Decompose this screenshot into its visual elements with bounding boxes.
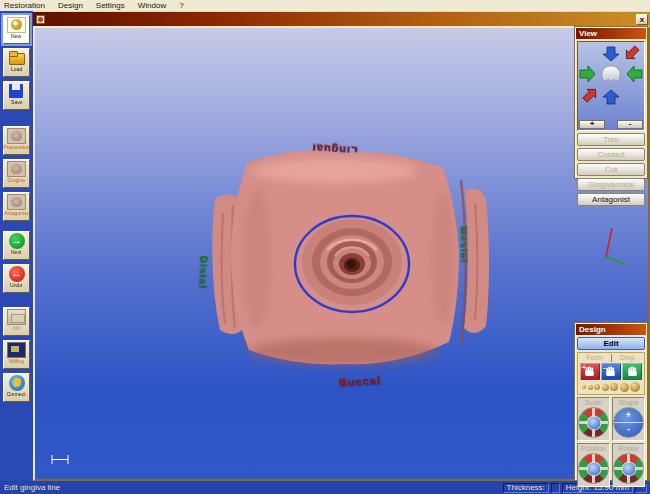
arrow-right-icon[interactable] [580,66,595,82]
globe-icon [9,375,25,391]
form-drop-group: Form Drop + - [577,352,645,395]
brush-size-selector[interactable] [579,380,643,393]
menu-help[interactable]: ? [179,1,183,10]
arrow-up-icon[interactable] [603,90,619,104]
view-panel: View + - Trim Contact Cut Gi [574,26,648,179]
toolbar-button-next[interactable]: → Next [3,231,30,260]
scale-control[interactable] [578,407,609,438]
status-message: Edit gingiva line [0,483,60,492]
toolbar-button-preparation[interactable]: Preparation [3,126,30,155]
rotate-control[interactable] [613,453,644,484]
menu-settings[interactable]: Settings [96,1,125,10]
app-icon [36,15,45,24]
edit-button[interactable]: Edit [577,337,645,350]
design-panel-title: Design [576,324,646,335]
toolbar-button-undo[interactable]: ← Undo [3,264,30,293]
minus-sign: - [603,363,606,372]
antagonist-button[interactable]: Antagonist [577,193,645,206]
toolbar-label: New [11,34,21,40]
contact-button[interactable]: Contact [577,148,645,161]
form-label: Form [579,354,611,362]
toolbar-label: Antagonist [4,211,28,217]
tooth-scan-icon [7,161,26,177]
smooth-hand-button[interactable] [622,363,642,380]
toolbar-label: Milling [9,359,23,365]
rotate-arrow-icon[interactable] [622,44,641,63]
arrow-left-icon: ← [9,266,25,282]
status-bar: Edit gingiva line Thickness: Height: 15.… [0,481,650,494]
minus-sign: - [627,425,630,434]
toolbar-button-mill[interactable]: Mill [3,307,30,336]
position-tool-cell: Position [577,443,610,487]
toolbar-button-save[interactable]: Save [3,81,30,110]
thickness-value-box [551,483,560,493]
tooth-icon [602,66,620,81]
toolbar-button-new[interactable]: New [3,15,30,44]
toolbar-label: Load [11,67,22,73]
toolbar-label: Connect [7,392,26,398]
rotate-arrow-icon[interactable] [581,85,600,104]
folder-icon [7,50,26,66]
toolbar-label: Preparation [3,145,29,151]
menu-window[interactable]: Window [138,1,166,10]
toolbar-label: Save [11,100,23,106]
milling-screen-icon [7,342,26,358]
toolbar-button-load[interactable]: Load [3,48,30,77]
shape-tool-cell: Shape + - [612,397,645,441]
plus-sign: + [626,411,631,420]
view-navigation-box[interactable]: + - [577,41,645,131]
menu-design[interactable]: Design [58,1,83,10]
shape-label: Shape [618,399,638,407]
scale-tool-cell: Scale [577,397,610,441]
trim-button[interactable]: Trim [577,133,645,146]
new-document-icon [7,17,26,33]
toolbar-button-milling[interactable]: Milling [3,340,30,369]
thickness-field-label: Thickness: [503,483,549,493]
scale-ruler-icon [52,455,68,464]
title-bar: x [33,11,650,26]
model-viewport[interactable]: Lingual Distal Mesial Buccal [35,28,648,479]
add-material-hand-button[interactable]: + [580,363,600,380]
shape-control[interactable]: + - [613,407,644,438]
toolbar-button-antagonist[interactable]: Antagonist [3,192,30,221]
view-rosette [578,44,644,108]
arrow-right-icon: → [9,233,25,249]
position-control[interactable] [578,453,609,484]
toolbar-label: Mill [13,326,21,332]
view-panel-title: View [576,28,646,39]
tooth-scan-icon [7,194,26,210]
toolbar-label: Next [11,250,21,256]
position-label: Position [581,445,606,453]
rotate-tool-cell: Rotate [612,443,645,487]
close-button[interactable]: x [636,14,648,25]
rotate-label: Rotate [618,445,639,453]
design-panel: Design Edit Form Drop + [574,322,648,481]
toolbar-label: Gingiva [8,178,25,184]
toolbar-label: Undo [10,283,22,289]
axis-indicator [606,228,625,264]
gingivamask-button[interactable]: Gingivamask [577,178,645,191]
cut-button[interactable]: Cut [577,163,645,176]
scale-label: Scale [585,399,603,407]
tooth-scan-icon [7,128,26,144]
hand-icon [604,365,617,378]
drop-label: Drop [612,354,644,362]
milling-unit-icon [7,309,26,325]
arrow-down-icon[interactable] [603,47,619,61]
left-toolbar: New Load Save Preparation Gingiva Antago… [0,11,33,481]
floppy-disk-icon [7,83,26,99]
dental-scan-model [35,28,648,479]
main-frame: Lingual Distal Mesial Buccal [33,26,650,481]
arrow-left-icon[interactable] [627,66,642,82]
plus-sign: + [582,363,587,372]
toolbar-button-gingiva[interactable]: Gingiva [3,159,30,188]
hand-icon [626,365,639,378]
remove-material-hand-button[interactable]: - [601,363,621,380]
toolbar-button-connect[interactable]: Connect [3,373,30,402]
zoom-out-button[interactable]: - [617,120,643,129]
menu-restoration[interactable]: Restoration [4,1,45,10]
menu-bar: Restoration Design Settings Window ? [0,0,650,11]
zoom-in-button[interactable]: + [579,120,605,129]
